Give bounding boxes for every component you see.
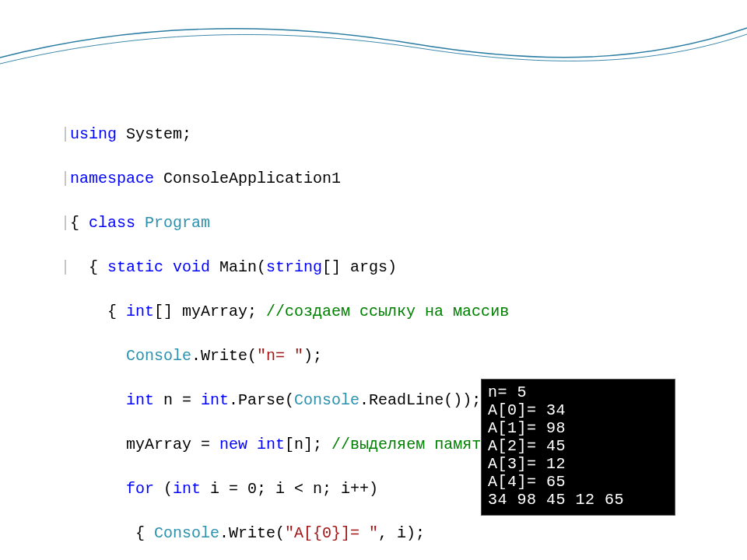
console-line: 34 98 45 12 65 bbox=[488, 491, 624, 509]
code-line: | { static void Main(string[] args) bbox=[61, 257, 593, 279]
decorative-swoosh bbox=[0, 0, 747, 78]
console-line: A[2]= 45 bbox=[488, 437, 566, 455]
code-line: { int[] myArray; //создаем ссылку на мас… bbox=[61, 301, 593, 324]
code-line: |namespace ConsoleApplication1 bbox=[61, 168, 593, 191]
code-line: Console.Write("n= "); bbox=[61, 345, 593, 368]
console-line: A[0]= 34 bbox=[488, 401, 566, 419]
console-output: n= 5 A[0]= 34 A[1]= 98 A[2]= 45 A[3]= 12… bbox=[481, 379, 675, 516]
console-line: A[1]= 98 bbox=[488, 419, 566, 437]
console-line: A[3]= 12 bbox=[488, 455, 566, 473]
console-line: A[4]= 65 bbox=[488, 473, 566, 491]
code-line: |{ class Program bbox=[61, 212, 593, 235]
code-line: |using System; bbox=[61, 124, 593, 146]
code-line: { Console.Write("A[{0}]= ", i); bbox=[61, 523, 593, 545]
console-line: n= 5 bbox=[488, 383, 527, 401]
